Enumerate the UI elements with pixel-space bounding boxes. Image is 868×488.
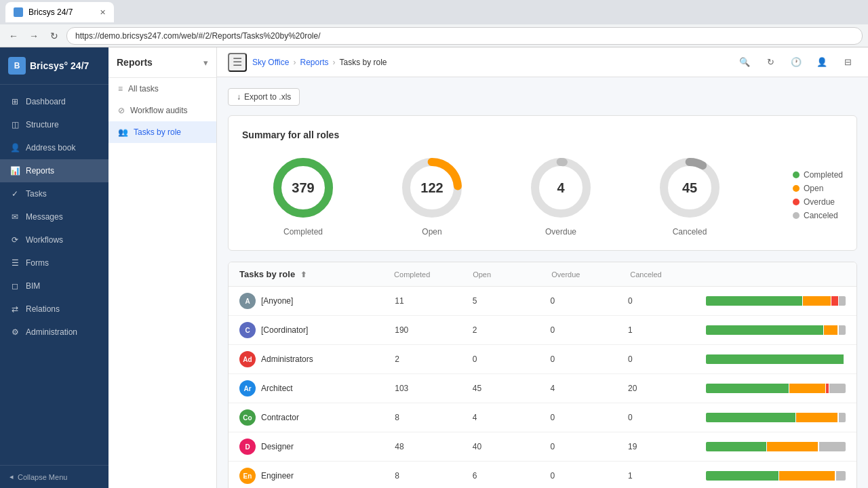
bar-segment [796,413,837,422]
role-avatar: En [239,468,256,484]
legend-canceled: Canceled [793,211,843,220]
sub-sidebar-header: Reports ▾ [108,47,216,78]
page-content: ↓ Export to .xls Summary for all roles [217,77,868,488]
sidebar-item-label: BIM [26,281,40,291]
sidebar-item-reports[interactable]: 📊 Reports [0,159,108,182]
relations-icon: ⇄ [9,304,20,314]
sub-sidebar-item-workflow-audits[interactable]: ⊘ Workflow audits [108,100,216,121]
menu-toggle-button[interactable]: ☰ [228,53,247,72]
table-row[interactable]: A [Anyone] 11 5 0 0 [229,287,856,316]
sidebar-item-label: Administration [26,327,77,337]
filter-icon[interactable]: ⊟ [838,53,857,72]
role-name: Administrators [261,354,313,364]
breadcrumb-sep-1: › [293,58,296,67]
sidebar-item-administration[interactable]: ⚙ Administration [0,321,108,344]
reload-button[interactable]: ↻ [46,28,62,44]
canceled-cell: 0 [628,296,706,306]
back-button[interactable]: ← [5,28,22,44]
role-avatar: C [239,322,256,338]
export-label: Export to .xls [244,92,291,102]
chart-completed-label: Completed [283,227,323,237]
bar-cell [706,413,846,422]
collapse-label: Collapse Menu [18,473,67,481]
col-header-completed: Completed [394,270,470,279]
legend-completed-dot [793,171,800,178]
sub-sidebar-item-tasks-by-role[interactable]: 👥 Tasks by role [108,121,216,143]
sidebar-item-address-book[interactable]: 👤 Address book [0,136,108,159]
browser-nav-bar: ← → ↻ https://demo.bricsys247.com/web/#/… [0,24,868,47]
main-sidebar: B Bricsys° 24/7 ⊞ Dashboard ◫ Structure … [0,47,108,488]
breadcrumb-sky-office[interactable]: Sky Office [252,58,289,67]
tab-close-button[interactable]: ✕ [100,8,106,17]
logo-icon: B [8,57,26,75]
donut-overdue: 4 [527,154,595,222]
bar-segment [706,296,802,306]
bar-segment [779,471,834,481]
legend-overdue-label: Overdue [804,197,835,207]
address-bar[interactable]: https://demo.bricsys247.com/web/#/2/Repo… [66,27,863,45]
breadcrumb-reports[interactable]: Reports [300,58,328,67]
sub-sidebar-toggle[interactable]: ▾ [203,58,208,68]
sidebar-item-workflows[interactable]: ⟳ Workflows [0,228,108,251]
breadcrumb-sep-2: › [333,58,336,67]
table-row[interactable]: D Designer 48 40 0 19 [229,432,856,462]
sub-sidebar-item-all-tasks[interactable]: ≡ All tasks [108,78,216,100]
workflow-audits-icon: ⊘ [118,106,125,115]
table-row[interactable]: C [Coordinator] 190 2 0 1 [229,316,856,345]
main-content: ☰ Sky Office › Reports › Tasks by role 🔍… [217,47,868,488]
sidebar-item-tasks[interactable]: ✓ Tasks [0,182,108,205]
sidebar-item-label: Messages [26,212,63,222]
messages-icon: ✉ [9,211,20,222]
sidebar-item-label: Forms [26,258,49,268]
completed-cell: 48 [395,442,473,451]
sub-sidebar-item-label: Tasks by role [134,127,181,137]
donut-completed-value: 379 [292,180,314,196]
overdue-cell: 0 [550,354,628,364]
refresh-icon[interactable]: ↻ [761,53,780,72]
table-row[interactable]: En Engineer 8 6 0 1 [229,462,856,488]
legend-overdue: Overdue [793,197,843,207]
table-row[interactable]: Ar Architect 103 45 4 20 [229,374,856,403]
overdue-cell: 0 [550,296,628,306]
table-row[interactable]: Co Contractor 8 4 0 0 [229,403,856,432]
canceled-cell: 20 [628,384,706,393]
collapse-menu-button[interactable]: ◂ Collapse Menu [0,465,108,488]
export-icon: ↓ [237,92,241,102]
dashboard-icon: ⊞ [9,96,20,107]
sidebar-item-structure[interactable]: ◫ Structure [0,113,108,136]
open-cell: 40 [473,442,551,451]
sidebar-item-messages[interactable]: ✉ Messages [0,205,108,228]
table-row[interactable]: Ad Administrators 2 0 0 0 [229,345,856,374]
user-icon[interactable]: 👤 [812,53,831,72]
open-cell: 4 [473,413,551,422]
role-name: Architect [261,384,293,393]
forward-button[interactable]: → [26,28,42,44]
sidebar-item-forms[interactable]: ☰ Forms [0,251,108,274]
sidebar-item-label: Dashboard [26,97,66,106]
search-icon[interactable]: 🔍 [735,53,754,72]
sort-icon[interactable]: ⬆ [300,270,307,279]
clock-icon[interactable]: 🕐 [787,53,806,72]
legend-open: Open [793,184,843,193]
workflows-icon: ⟳ [9,235,20,245]
overdue-cell: 0 [550,442,628,451]
open-cell: 0 [473,354,551,364]
overdue-cell: 0 [550,413,628,422]
sidebar-item-relations[interactable]: ⇄ Relations [0,298,108,321]
export-button[interactable]: ↓ Export to .xls [228,88,300,106]
donut-completed: 379 [269,154,337,222]
url-text: https://demo.bricsys247.com/web/#/2/Repo… [75,31,321,41]
sidebar-item-dashboard[interactable]: ⊞ Dashboard [0,90,108,113]
role-cell: En Engineer [239,468,395,484]
bar-segment [706,325,823,335]
bar-segment [706,384,789,393]
chart-open: 122 Open [371,154,493,237]
browser-tab[interactable]: Bricsys 24/7 ✕ [5,2,114,22]
collapse-icon: ◂ [9,472,14,481]
sidebar-item-bim[interactable]: ◻ BIM [0,274,108,298]
bar-segment [824,325,837,335]
address-book-icon: 👤 [9,142,20,153]
bar-cell [706,442,846,451]
sidebar-item-label: Address book [26,143,75,152]
sidebar-item-label: Workflows [26,235,63,245]
